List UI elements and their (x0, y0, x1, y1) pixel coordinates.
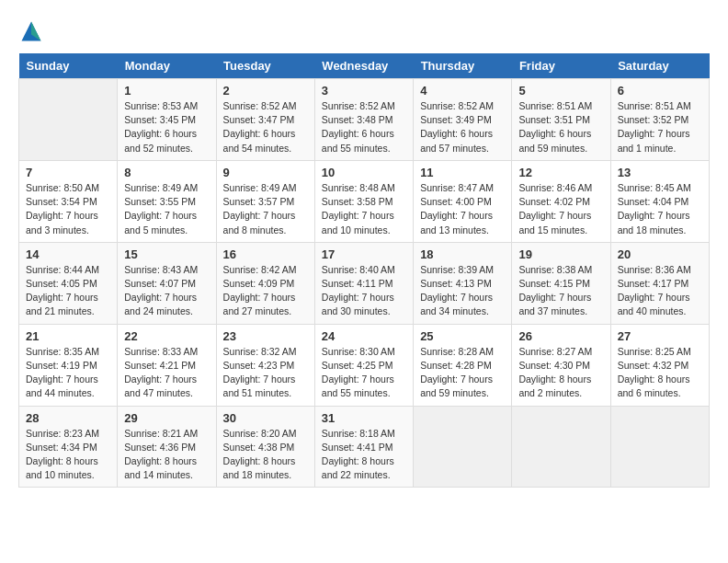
cell-info: Sunrise: 8:33 AM Sunset: 4:21 PM Dayligh… (124, 345, 209, 401)
day-number: 27 (618, 329, 702, 343)
cell-info: Sunrise: 8:51 AM Sunset: 3:51 PM Dayligh… (518, 99, 603, 155)
calendar-cell: 7Sunrise: 8:50 AM Sunset: 3:54 PM Daylig… (19, 160, 118, 242)
day-number: 30 (223, 411, 308, 425)
day-number: 9 (223, 166, 308, 179)
cell-info: Sunrise: 8:52 AM Sunset: 3:49 PM Dayligh… (420, 99, 505, 155)
calendar-cell: 11Sunrise: 8:47 AM Sunset: 4:00 PM Dayli… (414, 160, 512, 242)
day-number: 4 (420, 84, 505, 98)
cell-info: Sunrise: 8:52 AM Sunset: 3:47 PM Dayligh… (223, 99, 308, 155)
day-number: 25 (420, 329, 505, 343)
calendar-cell (512, 406, 610, 488)
calendar-cell: 27Sunrise: 8:25 AM Sunset: 4:32 PM Dayli… (610, 324, 709, 406)
calendar-week-row: 28Sunrise: 8:23 AM Sunset: 4:34 PM Dayli… (19, 406, 710, 488)
calendar-cell (414, 406, 512, 488)
day-number: 13 (618, 166, 702, 179)
cell-info: Sunrise: 8:23 AM Sunset: 4:34 PM Dayligh… (26, 427, 110, 483)
col-header-sunday: Sunday (19, 53, 118, 79)
calendar-cell: 2Sunrise: 8:52 AM Sunset: 3:47 PM Daylig… (216, 79, 314, 161)
cell-info: Sunrise: 8:21 AM Sunset: 4:36 PM Dayligh… (124, 427, 209, 483)
day-number: 10 (322, 166, 406, 179)
day-number: 28 (26, 411, 110, 425)
calendar-cell: 14Sunrise: 8:44 AM Sunset: 4:05 PM Dayli… (19, 242, 118, 324)
cell-info: Sunrise: 8:46 AM Sunset: 4:02 PM Dayligh… (518, 181, 603, 237)
day-number: 6 (618, 84, 702, 98)
calendar-header-row: SundayMondayTuesdayWednesdayThursdayFrid… (19, 53, 710, 79)
calendar-cell: 19Sunrise: 8:38 AM Sunset: 4:15 PM Dayli… (512, 242, 610, 324)
day-number: 12 (518, 166, 603, 179)
calendar-cell: 24Sunrise: 8:30 AM Sunset: 4:25 PM Dayli… (314, 324, 413, 406)
calendar-cell: 23Sunrise: 8:32 AM Sunset: 4:23 PM Dayli… (216, 324, 314, 406)
day-number: 3 (322, 84, 406, 98)
calendar-cell: 25Sunrise: 8:28 AM Sunset: 4:28 PM Dayli… (414, 324, 512, 406)
calendar-cell: 31Sunrise: 8:18 AM Sunset: 4:41 PM Dayli… (314, 406, 413, 488)
logo (18, 18, 48, 44)
day-number: 11 (420, 166, 505, 179)
day-number: 26 (518, 329, 603, 343)
day-number: 15 (124, 247, 209, 261)
cell-info: Sunrise: 8:28 AM Sunset: 4:28 PM Dayligh… (420, 345, 505, 401)
cell-info: Sunrise: 8:52 AM Sunset: 3:48 PM Dayligh… (322, 99, 406, 155)
cell-info: Sunrise: 8:40 AM Sunset: 4:11 PM Dayligh… (322, 263, 406, 319)
cell-info: Sunrise: 8:44 AM Sunset: 4:05 PM Dayligh… (26, 263, 110, 319)
day-number: 7 (26, 166, 110, 179)
calendar-cell: 29Sunrise: 8:21 AM Sunset: 4:36 PM Dayli… (118, 406, 216, 488)
calendar-week-row: 1Sunrise: 8:53 AM Sunset: 3:45 PM Daylig… (19, 79, 710, 161)
calendar-cell: 28Sunrise: 8:23 AM Sunset: 4:34 PM Dayli… (19, 406, 118, 488)
cell-info: Sunrise: 8:39 AM Sunset: 4:13 PM Dayligh… (420, 263, 505, 319)
calendar-cell: 22Sunrise: 8:33 AM Sunset: 4:21 PM Dayli… (118, 324, 216, 406)
day-number: 2 (223, 84, 308, 98)
cell-info: Sunrise: 8:47 AM Sunset: 4:00 PM Dayligh… (420, 181, 505, 237)
day-number: 19 (518, 247, 603, 261)
cell-info: Sunrise: 8:25 AM Sunset: 4:32 PM Dayligh… (618, 345, 702, 401)
calendar-cell: 21Sunrise: 8:35 AM Sunset: 4:19 PM Dayli… (19, 324, 118, 406)
col-header-tuesday: Tuesday (216, 53, 314, 79)
calendar-cell: 8Sunrise: 8:49 AM Sunset: 3:55 PM Daylig… (118, 160, 216, 242)
day-number: 16 (223, 247, 308, 261)
col-header-saturday: Saturday (610, 53, 709, 79)
cell-info: Sunrise: 8:49 AM Sunset: 3:57 PM Dayligh… (223, 181, 308, 237)
calendar-cell: 12Sunrise: 8:46 AM Sunset: 4:02 PM Dayli… (512, 160, 610, 242)
calendar-cell (19, 79, 118, 161)
col-header-friday: Friday (512, 53, 610, 79)
cell-info: Sunrise: 8:18 AM Sunset: 4:41 PM Dayligh… (322, 427, 406, 483)
cell-info: Sunrise: 8:30 AM Sunset: 4:25 PM Dayligh… (322, 345, 406, 401)
day-number: 24 (322, 329, 406, 343)
col-header-wednesday: Wednesday (314, 53, 413, 79)
cell-info: Sunrise: 8:20 AM Sunset: 4:38 PM Dayligh… (223, 427, 308, 483)
day-number: 8 (124, 166, 209, 179)
calendar-cell: 30Sunrise: 8:20 AM Sunset: 4:38 PM Dayli… (216, 406, 314, 488)
day-number: 5 (518, 84, 603, 98)
calendar-cell (610, 406, 709, 488)
day-number: 20 (618, 247, 702, 261)
calendar-cell: 20Sunrise: 8:36 AM Sunset: 4:17 PM Dayli… (610, 242, 709, 324)
calendar-cell: 4Sunrise: 8:52 AM Sunset: 3:49 PM Daylig… (414, 79, 512, 161)
day-number: 22 (124, 329, 209, 343)
calendar-cell: 6Sunrise: 8:51 AM Sunset: 3:52 PM Daylig… (610, 79, 709, 161)
calendar-week-row: 7Sunrise: 8:50 AM Sunset: 3:54 PM Daylig… (19, 160, 710, 242)
day-number: 1 (124, 84, 209, 98)
cell-info: Sunrise: 8:42 AM Sunset: 4:09 PM Dayligh… (223, 263, 308, 319)
cell-info: Sunrise: 8:51 AM Sunset: 3:52 PM Dayligh… (618, 99, 702, 155)
cell-info: Sunrise: 8:32 AM Sunset: 4:23 PM Dayligh… (223, 345, 308, 401)
cell-info: Sunrise: 8:36 AM Sunset: 4:17 PM Dayligh… (618, 263, 702, 319)
calendar-cell: 9Sunrise: 8:49 AM Sunset: 3:57 PM Daylig… (216, 160, 314, 242)
calendar-cell: 13Sunrise: 8:45 AM Sunset: 4:04 PM Dayli… (610, 160, 709, 242)
cell-info: Sunrise: 8:45 AM Sunset: 4:04 PM Dayligh… (618, 181, 702, 237)
calendar-cell: 1Sunrise: 8:53 AM Sunset: 3:45 PM Daylig… (118, 79, 216, 161)
page-header (18, 18, 710, 44)
col-header-thursday: Thursday (414, 53, 512, 79)
calendar-cell: 26Sunrise: 8:27 AM Sunset: 4:30 PM Dayli… (512, 324, 610, 406)
calendar-cell: 10Sunrise: 8:48 AM Sunset: 3:58 PM Dayli… (314, 160, 413, 242)
calendar-cell: 17Sunrise: 8:40 AM Sunset: 4:11 PM Dayli… (314, 242, 413, 324)
col-header-monday: Monday (118, 53, 216, 79)
day-number: 23 (223, 329, 308, 343)
day-number: 29 (124, 411, 209, 425)
cell-info: Sunrise: 8:50 AM Sunset: 3:54 PM Dayligh… (26, 181, 110, 237)
day-number: 17 (322, 247, 406, 261)
calendar-table: SundayMondayTuesdayWednesdayThursdayFrid… (18, 53, 710, 488)
cell-info: Sunrise: 8:27 AM Sunset: 4:30 PM Dayligh… (518, 345, 603, 401)
cell-info: Sunrise: 8:38 AM Sunset: 4:15 PM Dayligh… (518, 263, 603, 319)
calendar-cell: 3Sunrise: 8:52 AM Sunset: 3:48 PM Daylig… (314, 79, 413, 161)
day-number: 18 (420, 247, 505, 261)
cell-info: Sunrise: 8:43 AM Sunset: 4:07 PM Dayligh… (124, 263, 209, 319)
